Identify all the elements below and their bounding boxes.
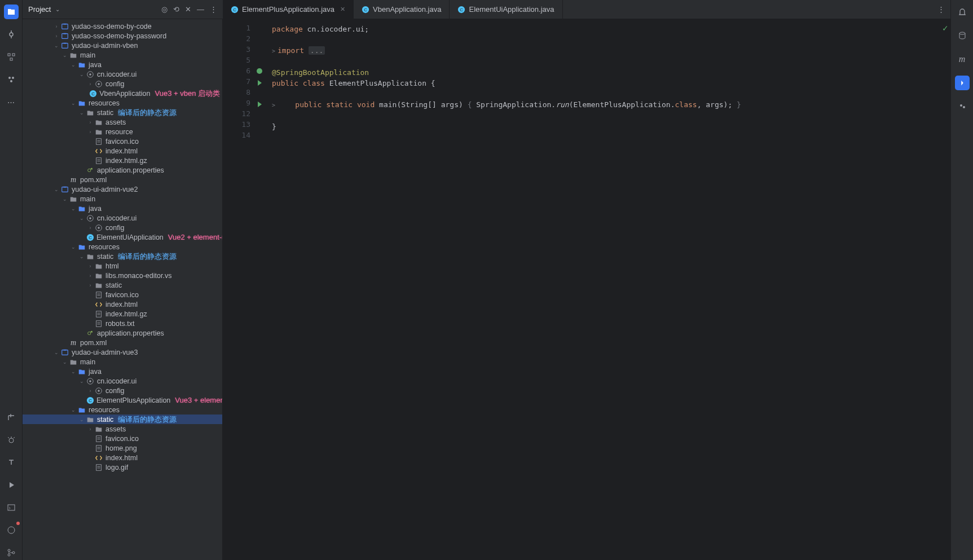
expand-arrow-icon[interactable]: ⌄ xyxy=(78,110,86,116)
tree-node[interactable]: ⌄static编译后的静态资源 xyxy=(23,108,222,117)
tree-node[interactable]: index.html.gz xyxy=(23,156,222,165)
tree-node[interactable]: index.html.gz xyxy=(23,309,222,319)
expand-arrow-icon[interactable]: › xyxy=(86,273,94,279)
tree-node[interactable]: ⌄main xyxy=(23,50,222,60)
close-icon[interactable]: ✕ xyxy=(340,6,345,13)
collapse-all-icon[interactable]: ✕ xyxy=(185,5,191,14)
expand-arrow-icon[interactable]: ⌄ xyxy=(52,187,60,192)
terminal-icon[interactable] xyxy=(4,500,19,515)
tree-node[interactable]: home.png xyxy=(23,443,222,453)
tree-node[interactable]: ⌄main xyxy=(23,194,222,204)
chevron-down-icon[interactable]: ⌄ xyxy=(55,6,60,12)
tree-node[interactable]: ⌄resources xyxy=(23,405,222,415)
tree-node[interactable]: application.properties xyxy=(23,328,222,338)
expand-arrow-icon[interactable]: › xyxy=(86,129,94,135)
tree-node[interactable]: ⌄yudao-ui-admin-vue3 xyxy=(23,347,222,357)
expand-arrow-icon[interactable]: › xyxy=(86,263,94,269)
project-title[interactable]: Project xyxy=(28,5,51,14)
more-tool-icon[interactable]: ⋯ xyxy=(4,95,19,109)
tree-node[interactable]: ⌄resources xyxy=(23,242,222,252)
git-icon[interactable] xyxy=(4,545,19,560)
editor-tab[interactable]: CVbenApplication.java xyxy=(354,0,450,19)
tree-node[interactable]: ⌄main xyxy=(23,357,222,367)
tree-node[interactable]: index.html xyxy=(23,453,222,462)
tree-node[interactable]: mpom.xml xyxy=(23,338,222,347)
project-tool-icon[interactable] xyxy=(4,5,19,19)
project-tree[interactable]: ›yudao-sso-demo-by-code›yudao-sso-demo-b… xyxy=(23,19,223,560)
expand-arrow-icon[interactable]: ⌄ xyxy=(69,206,77,211)
tree-node[interactable]: favicon.ico xyxy=(23,434,222,443)
tree-node[interactable]: index.html xyxy=(23,146,222,156)
services-tool-icon[interactable] xyxy=(4,72,19,87)
run-tool-icon[interactable] xyxy=(4,478,19,492)
tree-node[interactable]: application.properties xyxy=(23,165,222,175)
expand-arrow-icon[interactable]: › xyxy=(52,24,60,29)
expand-arrow-icon[interactable]: ⌄ xyxy=(78,254,86,259)
tree-node[interactable]: ›static xyxy=(23,280,222,290)
expand-arrow-icon[interactable]: ⌄ xyxy=(69,407,77,413)
select-opened-icon[interactable]: ◎ xyxy=(161,5,168,14)
tabs-more-icon[interactable]: ⋮ xyxy=(937,5,945,14)
expand-arrow-icon[interactable]: › xyxy=(86,283,94,288)
expand-arrow-icon[interactable]: ⌄ xyxy=(78,417,86,422)
tree-node[interactable]: ⌄java xyxy=(23,204,222,213)
code-with-me-icon[interactable] xyxy=(955,99,970,114)
run-gutter-icon[interactable] xyxy=(258,102,262,107)
expand-arrow-icon[interactable]: › xyxy=(86,120,94,125)
code-area[interactable]: package cn.iocoder.ui; >import ... @Spri… xyxy=(265,19,940,560)
bookmarks-icon[interactable] xyxy=(4,410,19,425)
expand-arrow-icon[interactable]: ⌄ xyxy=(78,72,86,77)
notifications-icon[interactable] xyxy=(955,5,970,19)
expand-arrow-icon[interactable]: ⌄ xyxy=(69,62,77,68)
tree-node[interactable]: ⌄java xyxy=(23,367,222,376)
tree-node[interactable]: favicon.ico xyxy=(23,136,222,146)
ai-assistant-icon[interactable] xyxy=(955,76,970,90)
problems-icon[interactable] xyxy=(4,523,19,537)
expand-arrow-icon[interactable]: ⌄ xyxy=(61,52,69,58)
expand-arrow-icon[interactable]: ⌄ xyxy=(78,378,86,384)
tree-node[interactable]: mpom.xml xyxy=(23,175,222,184)
expand-arrow-icon[interactable]: ⌄ xyxy=(52,350,60,355)
tree-node[interactable]: ›libs.monaco-editor.vs xyxy=(23,271,222,280)
debug-icon[interactable] xyxy=(4,433,19,447)
tree-node[interactable]: favicon.ico xyxy=(23,290,222,299)
expand-arrow-icon[interactable]: ⌄ xyxy=(61,196,69,202)
tree-node[interactable]: CElementPlusApplicationVue3 + element-pl… xyxy=(23,395,222,405)
expand-arrow-icon[interactable]: ⌄ xyxy=(69,100,77,106)
expand-arrow-icon[interactable]: › xyxy=(86,388,94,394)
options-icon[interactable]: ⋮ xyxy=(210,5,217,14)
tree-node[interactable]: ›html xyxy=(23,261,222,271)
expand-arrow-icon[interactable]: › xyxy=(86,81,94,87)
editor-tab[interactable]: CElementUiApplication.java xyxy=(450,0,562,19)
tree-node[interactable]: ›config xyxy=(23,386,222,395)
expand-arrow-icon[interactable]: › xyxy=(86,426,94,432)
tree-node[interactable]: logo.gif xyxy=(23,462,222,472)
editor-tab[interactable]: CElementPlusApplication.java✕ xyxy=(223,0,354,19)
expand-arrow-icon[interactable]: ⌄ xyxy=(61,359,69,365)
expand-arrow-icon[interactable]: ⌄ xyxy=(52,43,60,48)
tree-node[interactable]: ⌄yudao-ui-admin-vben xyxy=(23,41,222,50)
tree-node[interactable]: ›resource xyxy=(23,127,222,136)
inspection-ok-icon[interactable]: ✓ xyxy=(942,24,949,33)
tree-node[interactable]: ›assets xyxy=(23,424,222,434)
expand-arrow-icon[interactable]: ⌄ xyxy=(69,244,77,250)
database-icon[interactable] xyxy=(955,28,970,43)
tree-node[interactable]: ›yudao-sso-demo-by-code xyxy=(23,21,222,31)
tree-node[interactable]: ›config xyxy=(23,223,222,232)
expand-arrow-icon[interactable]: ⌄ xyxy=(78,215,86,221)
expand-all-icon[interactable]: ⟲ xyxy=(173,5,179,14)
structure-tool-icon[interactable] xyxy=(4,50,19,64)
tree-node[interactable]: ⌄cn.iocoder.ui xyxy=(23,213,222,223)
tree-node[interactable]: ⌄cn.iocoder.ui xyxy=(23,69,222,79)
run-gutter-icon[interactable] xyxy=(258,80,262,86)
tree-node[interactable]: ›yudao-sso-demo-by-password xyxy=(23,31,222,41)
tree-node[interactable]: robots.txt xyxy=(23,319,222,328)
tree-node[interactable]: index.html xyxy=(23,299,222,309)
expand-arrow-icon[interactable]: › xyxy=(86,225,94,231)
tree-node[interactable]: CVbenApplicationVue3 + vben 启动类 xyxy=(23,89,222,98)
tree-node[interactable]: ›config xyxy=(23,79,222,89)
expand-arrow-icon[interactable]: ⌄ xyxy=(69,369,77,374)
tree-node[interactable]: ⌄static编译后的静态资源 xyxy=(23,252,222,261)
commit-tool-icon[interactable] xyxy=(4,27,19,42)
text-tool-icon[interactable] xyxy=(4,455,19,470)
